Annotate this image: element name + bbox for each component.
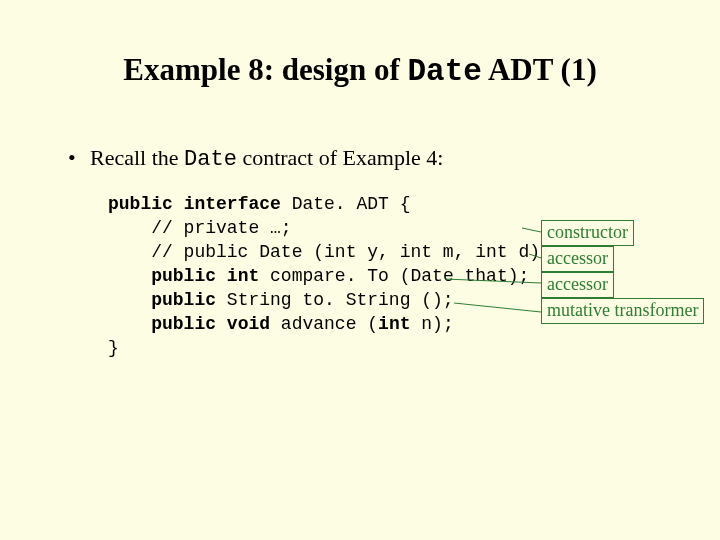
code-text: String to. String (); [216, 290, 454, 310]
label-mutative-transformer: mutative transformer [541, 298, 704, 324]
code-kw: void [227, 314, 270, 334]
label-accessor: accessor [541, 272, 614, 298]
code-kw: public [151, 290, 216, 310]
bullet-post: contract of Example 4: [237, 145, 443, 170]
bullet-item: • Recall the Date contract of Example 4: [68, 145, 443, 172]
bullet-dot: • [68, 145, 90, 171]
title-text-mono: Date [407, 54, 481, 89]
code-text: // public Date (int y, int m, int d); [108, 242, 551, 262]
code-text: advance ( [270, 314, 378, 334]
code-text [173, 194, 184, 214]
code-text: n); [411, 314, 454, 334]
bullet-mono: Date [184, 147, 237, 172]
code-text [216, 314, 227, 334]
code-text [108, 290, 151, 310]
code-text [216, 266, 227, 286]
code-kw: public [108, 194, 173, 214]
code-text: compare. To (Date that); [259, 266, 529, 286]
code-text: Date. ADT { [281, 194, 411, 214]
code-kw: int [227, 266, 259, 286]
title-text-pre: Example 8: design of [123, 52, 407, 87]
label-accessor: accessor [541, 246, 614, 272]
code-kw: public [151, 314, 216, 334]
slide: Example 8: design of Date ADT (1) • Reca… [0, 0, 720, 540]
code-kw: public [151, 266, 216, 286]
slide-title: Example 8: design of Date ADT (1) [0, 52, 720, 89]
label-constructor: constructor [541, 220, 634, 246]
bullet-text: Recall the Date contract of Example 4: [90, 145, 443, 172]
bullet-pre: Recall the [90, 145, 184, 170]
code-text [108, 266, 151, 286]
code-text [108, 314, 151, 334]
code-kw: interface [184, 194, 281, 214]
title-text-post: ADT (1) [482, 52, 597, 87]
code-kw: int [378, 314, 410, 334]
code-text: // private …; [108, 218, 292, 238]
code-block: public interface Date. ADT { // private … [108, 192, 551, 360]
code-text: } [108, 338, 119, 358]
